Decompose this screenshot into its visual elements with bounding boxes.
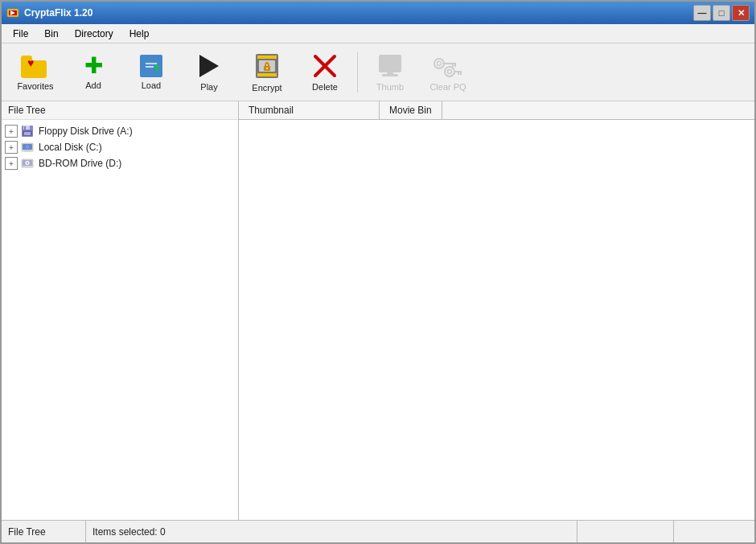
thumb-button[interactable]: Thumb bbox=[363, 47, 417, 97]
menu-bar: File Bin Directory Help bbox=[2, 24, 754, 43]
delete-icon bbox=[313, 53, 337, 79]
status-bar: File Tree Items selected: 0 bbox=[2, 520, 754, 542]
encrypt-button[interactable]: Encrypt bbox=[240, 47, 294, 97]
main-window: CryptaFlix 1.20 — □ ✕ File Bin Directory… bbox=[0, 0, 756, 544]
add-label: Add bbox=[85, 80, 101, 90]
delete-label: Delete bbox=[312, 82, 338, 92]
file-tree-panel: File Tree + Floppy Disk Drive ( bbox=[2, 101, 239, 520]
favorites-label: Favorites bbox=[17, 81, 53, 91]
title-bar: CryptaFlix 1.20 — □ ✕ bbox=[2, 2, 754, 24]
file-tree-header: File Tree bbox=[2, 101, 238, 120]
tree-content: + Floppy Disk Drive (A:) + bbox=[2, 120, 238, 520]
right-body bbox=[239, 120, 754, 520]
favorites-icon: ♥ bbox=[21, 54, 50, 78]
svg-point-42 bbox=[27, 163, 28, 164]
expand-floppy[interactable]: + bbox=[5, 125, 18, 138]
add-icon: ✚ bbox=[84, 55, 103, 77]
favorites-button[interactable]: ♥ Favorites bbox=[8, 47, 63, 97]
load-label: Load bbox=[142, 80, 161, 90]
svg-rect-33 bbox=[24, 132, 31, 135]
svg-point-38 bbox=[27, 146, 28, 148]
title-bar-left: CryptaFlix 1.20 bbox=[6, 6, 92, 19]
add-button[interactable]: ✚ Add bbox=[66, 47, 121, 97]
localc-label: Local Disk (C:) bbox=[39, 142, 102, 153]
svg-point-19 bbox=[434, 59, 444, 68]
main-content: File Tree + Floppy Disk Drive ( bbox=[2, 101, 754, 520]
localc-icon bbox=[19, 141, 35, 154]
svg-rect-36 bbox=[24, 150, 31, 151]
svg-point-24 bbox=[445, 67, 454, 76]
status-right1 bbox=[577, 521, 674, 542]
heart-icon: ♥ bbox=[27, 57, 34, 68]
movie-bin-header: Movie Bin bbox=[380, 101, 442, 119]
svg-rect-31 bbox=[24, 126, 26, 130]
right-header: Thumbnail Movie Bin bbox=[239, 101, 754, 120]
minimize-button[interactable]: — bbox=[693, 5, 711, 21]
title-bar-buttons: — □ ✕ bbox=[693, 5, 750, 21]
svg-point-25 bbox=[448, 69, 452, 73]
tree-item-floppy[interactable]: + Floppy Disk Drive (A:) bbox=[2, 123, 238, 139]
menu-file[interactable]: File bbox=[5, 26, 36, 42]
svg-rect-13 bbox=[266, 68, 268, 69]
status-items-selected: Items selected: 0 bbox=[86, 521, 577, 542]
encrypt-label: Encrypt bbox=[252, 83, 281, 93]
load-icon bbox=[140, 55, 162, 77]
menu-directory[interactable]: Directory bbox=[67, 26, 121, 42]
play-icon bbox=[199, 53, 219, 79]
svg-rect-16 bbox=[379, 55, 401, 72]
toolbar: ♥ Favorites ✚ Add bbox=[2, 43, 754, 101]
app-icon bbox=[6, 6, 19, 19]
svg-rect-10 bbox=[257, 73, 277, 76]
bdd-label: BD-ROM Drive (D:) bbox=[39, 158, 121, 169]
toolbar-divider bbox=[357, 52, 358, 93]
right-panel: Thumbnail Movie Bin bbox=[239, 101, 754, 520]
thumb-label: Thumb bbox=[376, 82, 404, 92]
floppy-icon bbox=[19, 125, 35, 138]
svg-rect-6 bbox=[146, 66, 154, 68]
expand-localc[interactable]: + bbox=[5, 141, 18, 154]
thumb-icon bbox=[377, 53, 403, 79]
window-title: CryptaFlix 1.20 bbox=[24, 7, 92, 19]
menu-help[interactable]: Help bbox=[121, 26, 158, 42]
status-file-tree: File Tree bbox=[2, 521, 86, 542]
play-button[interactable]: Play bbox=[182, 47, 236, 97]
thumbnail-header: Thumbnail bbox=[239, 101, 380, 119]
delete-button[interactable]: Delete bbox=[298, 47, 352, 97]
svg-rect-5 bbox=[146, 63, 157, 64]
status-right2 bbox=[674, 521, 754, 542]
clearq-icon bbox=[433, 53, 462, 79]
svg-point-20 bbox=[438, 61, 442, 65]
play-label: Play bbox=[200, 82, 217, 92]
maximize-button[interactable]: □ bbox=[713, 5, 730, 21]
menu-bin[interactable]: Bin bbox=[36, 26, 66, 42]
clearq-button[interactable]: Clear PQ bbox=[421, 47, 475, 97]
tree-item-bdd[interactable]: + BD-ROM Drive (D:) bbox=[2, 155, 238, 171]
floppy-label: Floppy Disk Drive (A:) bbox=[39, 126, 133, 137]
tree-item-localc[interactable]: + Local Disk (C:) bbox=[2, 139, 238, 155]
clearq-label: Clear PQ bbox=[429, 82, 466, 92]
encrypt-icon bbox=[253, 52, 281, 80]
svg-rect-18 bbox=[382, 74, 398, 76]
load-button[interactable]: Load bbox=[124, 47, 179, 97]
expand-bdd[interactable]: + bbox=[5, 157, 18, 170]
close-button[interactable]: ✕ bbox=[732, 5, 750, 21]
bdd-icon bbox=[19, 157, 35, 170]
svg-rect-9 bbox=[257, 56, 277, 59]
